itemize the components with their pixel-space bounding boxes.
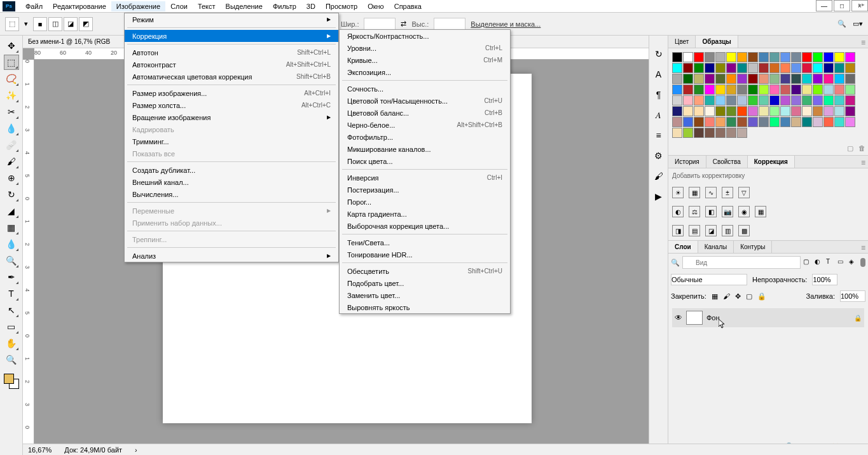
tab-color[interactable]: Цвет: [668, 36, 696, 48]
swatch[interactable]: [683, 95, 693, 105]
swatch[interactable]: [672, 63, 682, 73]
swatch[interactable]: [769, 52, 780, 62]
menuitem[interactable]: Выровнять яркость: [340, 301, 510, 313]
swatch[interactable]: [813, 95, 823, 105]
menuitem[interactable]: Режим▶: [125, 13, 338, 25]
threshold-adj-icon[interactable]: ◪: [705, 225, 717, 236]
swatch[interactable]: [780, 74, 790, 84]
filter-image-icon[interactable]: ▢: [803, 258, 812, 267]
swatch[interactable]: [769, 85, 780, 95]
swatch[interactable]: [737, 85, 747, 95]
type-tool[interactable]: T: [4, 286, 19, 301]
gradient-tool[interactable]: ▦: [4, 220, 19, 235]
swatch[interactable]: [813, 52, 823, 62]
swatch[interactable]: [715, 128, 726, 138]
select-and-mask-link[interactable]: Выделение и маска...: [471, 20, 541, 28]
swatch[interactable]: [791, 63, 801, 73]
collapse-icon[interactable]: ▸▸: [858, 1, 865, 8]
minimize-button[interactable]: —: [816, 0, 832, 11]
swatch[interactable]: [823, 63, 834, 73]
swatch[interactable]: [748, 106, 758, 116]
maximize-button[interactable]: □: [834, 0, 850, 11]
menu-редактирование[interactable]: Редактирование: [48, 1, 111, 11]
dodge-tool[interactable]: 🔍: [4, 253, 19, 268]
swatch[interactable]: [791, 52, 801, 62]
swatch[interactable]: [672, 117, 682, 127]
color-swatches[interactable]: [4, 374, 19, 389]
menuitem[interactable]: АвтоконтрастAlt+Shift+Ctrl+L: [125, 58, 338, 71]
swatch[interactable]: [845, 117, 855, 127]
swatch[interactable]: [845, 63, 855, 73]
swatch[interactable]: [823, 95, 834, 105]
filter-toggle[interactable]: [860, 258, 865, 267]
swatch[interactable]: [715, 52, 726, 62]
color-balance-adj-icon[interactable]: ⚖: [689, 206, 700, 217]
swatch[interactable]: [769, 95, 780, 105]
swatch[interactable]: [672, 106, 682, 116]
tab-history[interactable]: История: [668, 156, 706, 168]
brushes-dock-icon[interactable]: 🖌: [653, 170, 665, 182]
menu-фильтр[interactable]: Фильтр: [268, 1, 301, 11]
menuitem[interactable]: Поиск цвета...: [340, 155, 510, 167]
menuitem[interactable]: Размер изображения...Alt+Ctrl+I: [125, 87, 338, 99]
swatch[interactable]: [823, 74, 834, 84]
swatch[interactable]: [737, 106, 747, 116]
swatch[interactable]: [683, 128, 693, 138]
swatch[interactable]: [705, 128, 715, 138]
menuitem[interactable]: ИнверсияCtrl+I: [340, 172, 510, 184]
menuitem[interactable]: ОбесцветитьShift+Ctrl+U: [340, 265, 510, 277]
swatch[interactable]: [802, 117, 812, 127]
photo-filter-adj-icon[interactable]: 📷: [722, 206, 733, 217]
menuitem[interactable]: Создать дубликат...: [125, 164, 338, 176]
swatch[interactable]: [672, 74, 682, 84]
swatch[interactable]: [737, 95, 747, 105]
marquee-tool[interactable]: ⬚: [4, 55, 19, 70]
swatch[interactable]: [705, 85, 715, 95]
menuitem[interactable]: Порог...: [340, 196, 510, 208]
swatch[interactable]: [683, 63, 693, 73]
swatch[interactable]: [802, 85, 812, 95]
swatch[interactable]: [672, 95, 682, 105]
swatch[interactable]: [726, 95, 736, 105]
height-input[interactable]: [434, 18, 465, 31]
swatch[interactable]: [845, 85, 855, 95]
lasso-tool[interactable]: 📿: [4, 71, 19, 86]
swatch[interactable]: [726, 74, 736, 84]
brightness-adj-icon[interactable]: ☀: [672, 187, 684, 198]
layer-row[interactable]: 👁 Фон 🔒: [672, 308, 864, 327]
levels-adj-icon[interactable]: ▦: [689, 187, 700, 198]
swatch[interactable]: [726, 106, 736, 116]
menu-окно[interactable]: Окно: [362, 1, 389, 11]
swatch[interactable]: [791, 85, 801, 95]
swatch[interactable]: [769, 74, 780, 84]
swatch[interactable]: [683, 52, 693, 62]
menuitem[interactable]: Фотофильтр...: [340, 131, 510, 143]
swatch[interactable]: [759, 106, 769, 116]
actions-dock-icon[interactable]: ▶: [653, 191, 665, 202]
bw-adj-icon[interactable]: ◧: [705, 206, 717, 217]
blend-mode-select[interactable]: [671, 274, 747, 285]
swatch[interactable]: [715, 74, 726, 84]
swatch[interactable]: [813, 106, 823, 116]
magic-wand-tool[interactable]: ✨: [4, 88, 19, 103]
swatch[interactable]: [834, 106, 844, 116]
swatch[interactable]: [715, 63, 726, 73]
channel-mixer-adj-icon[interactable]: ◉: [738, 206, 750, 217]
zoom-level[interactable]: 16,67%: [28, 446, 52, 454]
swatch[interactable]: [694, 95, 704, 105]
swatch[interactable]: [791, 117, 801, 127]
search-icon[interactable]: 🔍: [837, 20, 846, 28]
swatch[interactable]: [759, 52, 769, 62]
swatch[interactable]: [834, 52, 844, 62]
swatch[interactable]: [737, 52, 747, 62]
shape-tool[interactable]: ▭: [4, 319, 19, 334]
swatch[interactable]: [834, 74, 844, 84]
swatch[interactable]: [845, 52, 855, 62]
delete-swatch-icon[interactable]: 🗑: [858, 144, 865, 153]
swatch[interactable]: [769, 63, 780, 73]
swatch[interactable]: [726, 52, 736, 62]
swap-icon[interactable]: ⇄: [401, 20, 406, 28]
swatch[interactable]: [845, 95, 855, 105]
swatch[interactable]: [672, 52, 682, 62]
swatch[interactable]: [802, 95, 812, 105]
